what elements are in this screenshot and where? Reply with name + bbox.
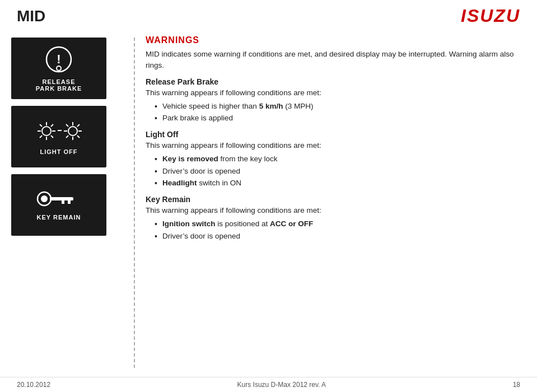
park-brake-bullets: Vehicle speed is higher than 5 km/h (3 M… <box>146 100 520 124</box>
list-item: Driver’s door is opened <box>155 230 520 242</box>
svg-line-19 <box>66 136 68 138</box>
list-item: Key is removed from the key lock <box>155 153 520 165</box>
park-brake-label: RELEASEPARK BRAKE <box>36 78 82 92</box>
header: MID ISUZU <box>0 0 537 26</box>
list-item: Vehicle speed is higher than 5 km/h (3 M… <box>155 100 520 113</box>
list-item: Headlight switch in ON <box>155 177 520 189</box>
svg-text:!: ! <box>57 52 60 66</box>
intro-text: MID indicates some warning if conditions… <box>146 49 520 72</box>
svg-point-12 <box>68 127 77 136</box>
light-off-icon-area <box>34 118 84 145</box>
list-item: Ignition switch is positioned at ACC or … <box>155 218 520 230</box>
key-remain-bullets: Ignition switch is positioned at ACC or … <box>146 218 520 242</box>
section-title-light-off: Light Off <box>146 130 520 139</box>
svg-line-10 <box>40 136 42 138</box>
footer-date: 20.10.2012 <box>17 381 50 389</box>
warnings-title: WARNINGS <box>146 35 520 45</box>
svg-line-20 <box>77 136 80 138</box>
section-desc-light-off: This warning appears if following condit… <box>146 140 520 151</box>
light-off-image: LIGHT OFF <box>11 106 106 167</box>
section-title-park-brake: Release Park Brake <box>146 77 520 86</box>
key-remain-icon-area <box>36 189 81 211</box>
list-item: Driver’s door is opened <box>155 165 520 178</box>
footer-course: Kurs Isuzu D-Max 2012 rev. A <box>237 381 326 389</box>
svg-line-9 <box>51 124 53 127</box>
key-remain-image: KEY REMAIN <box>11 174 106 236</box>
section-desc-park-brake: This warning appears if following condit… <box>146 87 520 99</box>
svg-line-18 <box>77 124 80 127</box>
light-off-label: LIGHT OFF <box>40 148 77 155</box>
isuzu-logo: ISUZU <box>461 6 520 26</box>
svg-rect-26 <box>68 200 71 204</box>
svg-point-23 <box>41 195 48 202</box>
list-item: Park brake is applied <box>155 112 520 124</box>
right-panel: WARNINGS MID indicates some warning if c… <box>140 32 526 368</box>
light-off-bullets: Key is removed from the key lock Driver’… <box>146 153 520 189</box>
svg-line-17 <box>66 124 68 127</box>
key-remain-label: KEY REMAIN <box>37 214 81 221</box>
footer: 20.10.2012 Kurs Isuzu D-Max 2012 rev. A … <box>0 377 537 392</box>
svg-point-2 <box>57 66 61 71</box>
left-panel: ! RELEASEPARK BRAKE <box>11 32 129 368</box>
svg-rect-25 <box>62 200 64 204</box>
footer-page: 18 <box>513 381 520 389</box>
divider-line <box>134 38 135 368</box>
light-off-svg <box>34 118 84 143</box>
svg-line-11 <box>51 136 53 138</box>
section-title-key-remain: Key Remain <box>146 195 520 204</box>
main-content: ! RELEASEPARK BRAKE <box>0 26 537 368</box>
svg-point-3 <box>42 127 51 136</box>
svg-line-8 <box>40 124 42 127</box>
park-brake-image: ! RELEASEPARK BRAKE <box>11 38 106 99</box>
section-desc-key-remain: This warning appears if following condit… <box>146 205 520 216</box>
park-brake-icon-area: ! <box>45 45 73 75</box>
vertical-divider <box>129 32 140 368</box>
page-title: MID <box>17 7 45 25</box>
key-remain-svg <box>36 189 81 209</box>
park-brake-svg: ! <box>45 45 73 73</box>
svg-rect-24 <box>50 197 73 200</box>
